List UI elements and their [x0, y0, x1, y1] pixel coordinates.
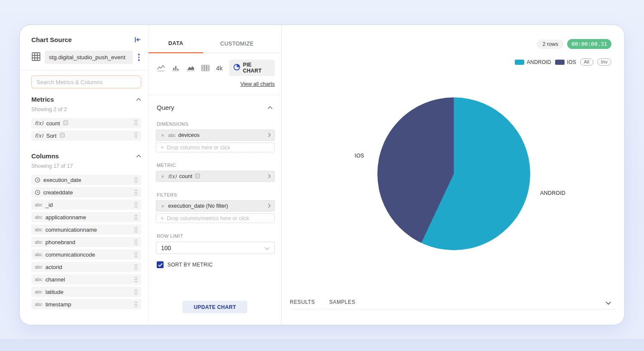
chart-source-title: Chart Source	[31, 36, 72, 43]
tab-results[interactable]: RESULTS	[290, 299, 315, 305]
clock-icon	[35, 190, 40, 195]
drag-handle-icon[interactable]	[134, 264, 138, 270]
drag-handle-icon[interactable]	[134, 227, 138, 233]
dataset-options-kebab-icon[interactable]	[137, 53, 142, 62]
sort-by-metric-checkbox[interactable]	[157, 261, 164, 268]
remove-filter-icon[interactable]: ×	[156, 203, 168, 209]
area-chart-icon[interactable]	[186, 64, 195, 72]
drag-handle-icon[interactable]	[134, 202, 138, 208]
legend-select-all-button[interactable]: All	[580, 58, 593, 66]
abc-type-icon: abc	[35, 215, 43, 220]
drag-handle-icon[interactable]	[134, 189, 138, 196]
metric-grid-icon	[195, 173, 200, 180]
drag-handle-icon[interactable]	[134, 289, 138, 295]
plus-icon: +	[161, 144, 164, 151]
pie-chart[interactable]	[377, 97, 530, 250]
legend-invert-button[interactable]: Inv	[597, 58, 611, 66]
divider	[20, 70, 148, 70]
chevron-right-icon	[268, 172, 271, 180]
row-limit-select[interactable]: 100	[156, 242, 275, 254]
filters-dropzone[interactable]: + Drop columns/metrics here or click	[156, 213, 275, 223]
abc-type-icon: abc	[35, 239, 43, 245]
column-item[interactable]: abccommunicationcode	[31, 249, 141, 260]
bar-chart-icon[interactable]	[172, 64, 180, 72]
line-chart-icon[interactable]	[157, 64, 165, 72]
chart-source-panel: Chart Source stg.digital_studio_push_eve…	[20, 25, 149, 325]
metrics-list: f(x) count f(x) Sort	[31, 118, 141, 141]
explore-window: Chart Source stg.digital_studio_push_eve…	[19, 24, 625, 325]
metrics-showing-count: Showing 2 of 2	[31, 106, 141, 112]
column-item[interactable]: abcchannel	[31, 274, 141, 284]
collapse-results-chevron-down-icon[interactable]	[604, 297, 613, 309]
column-item[interactable]: abc_id	[31, 200, 141, 210]
big-number-chart-icon[interactable]: 4k	[216, 64, 223, 72]
drag-handle-icon[interactable]	[134, 301, 138, 308]
column-item[interactable]: abcapplicationname	[31, 212, 141, 222]
column-item[interactable]: abctimestamp	[31, 299, 141, 309]
filters-label: FILTERS	[149, 182, 281, 197]
dimension-pill-deviceos[interactable]: × abcdeviceos	[156, 130, 275, 141]
current-viz-type-button[interactable]: PIE CHART	[229, 60, 275, 76]
update-chart-button[interactable]: UPDATE CHART	[182, 301, 247, 313]
legend-item-android[interactable]: ANDROID	[515, 59, 551, 65]
filter-pill-execution-date[interactable]: × execution_date (No filter)	[156, 200, 275, 212]
column-item[interactable]: abcactorid	[31, 262, 141, 272]
abc-type-icon: abc	[35, 289, 43, 294]
dataset-name[interactable]: stg.digital_studio_push_event	[45, 51, 133, 64]
view-all-charts-link[interactable]: View all charts	[240, 81, 275, 87]
abc-type-icon: abc	[35, 264, 43, 269]
viz-type-row: 4k PIE CHART	[149, 53, 281, 76]
control-tabbar: DATA CUSTOMIZE	[149, 25, 281, 53]
metrics-section-title: Metrics	[31, 96, 54, 103]
query-collapse-chevron-up-icon[interactable]	[267, 103, 273, 111]
drag-handle-icon[interactable]	[134, 177, 138, 183]
abc-type-icon: abc	[35, 252, 43, 257]
table-icon[interactable]	[201, 64, 210, 72]
column-item[interactable]: execution_date	[31, 175, 141, 185]
chevron-right-icon	[268, 202, 271, 210]
column-item[interactable]: abclatitude	[31, 287, 141, 297]
drag-handle-icon[interactable]	[134, 239, 138, 245]
tab-customize[interactable]: CUSTOMIZE	[203, 41, 271, 53]
metric-label: METRIC	[149, 152, 281, 168]
remove-dimension-icon[interactable]: ×	[156, 132, 168, 139]
drag-handle-icon[interactable]	[134, 214, 138, 221]
column-item[interactable]: abcphonebrand	[31, 237, 141, 247]
control-panel: DATA CUSTOMIZE 4k PIE CHART	[149, 25, 282, 325]
chart-legend: ANDROID IOS All Inv	[515, 58, 611, 66]
pie-slice-label-ios: IOS	[355, 153, 364, 159]
plus-icon: +	[161, 215, 164, 221]
row-limit-label: ROW LIMIT	[149, 223, 281, 239]
dimensions-dropzone[interactable]: + Drop columns here or click	[156, 142, 275, 152]
results-footer: RESULTS SAMPLES	[282, 295, 624, 325]
collapse-sidebar-icon[interactable]	[134, 36, 141, 43]
column-item[interactable]: abccommunicationname	[31, 224, 141, 235]
drag-handle-icon[interactable]	[134, 276, 138, 283]
tab-samples[interactable]: SAMPLES	[329, 299, 355, 305]
legend-item-ios[interactable]: IOS	[555, 59, 576, 65]
columns-collapse-chevron-up-icon[interactable]	[136, 152, 141, 160]
metric-item[interactable]: f(x) count	[31, 118, 141, 128]
metrics-collapse-chevron-up-icon[interactable]	[136, 95, 141, 103]
columns-list: execution_datecreateddateabc_idabcapplic…	[31, 175, 141, 309]
fx-icon: f(x)	[35, 133, 43, 139]
query-section-title: Query	[157, 104, 174, 111]
dimensions-label: DIMENSIONS	[149, 111, 281, 127]
column-item[interactable]: createddate	[31, 187, 141, 197]
sort-by-metric-row[interactable]: SORT BY METRIC	[157, 261, 275, 268]
metric-pill-count[interactable]: × f(x)count	[156, 171, 275, 182]
metric-grid-icon	[63, 119, 68, 127]
chart-panel: 2 rows 00:00:00.31 ANDROID IOS All Inv I…	[282, 25, 624, 325]
remove-metric-icon[interactable]: ×	[156, 173, 168, 180]
android-color-swatch	[515, 60, 524, 65]
query-timer-badge: 00:00:00.31	[567, 39, 611, 49]
drag-handle-icon[interactable]	[134, 119, 138, 127]
fx-icon: f(x)	[35, 120, 43, 126]
metric-item[interactable]: f(x) Sort	[31, 130, 141, 141]
drag-handle-icon[interactable]	[134, 132, 138, 140]
drag-handle-icon[interactable]	[134, 251, 138, 258]
tab-data[interactable]: DATA	[149, 40, 203, 53]
chevron-right-icon	[268, 131, 271, 139]
abc-type-icon: abc	[35, 202, 43, 207]
search-input[interactable]	[31, 76, 141, 88]
